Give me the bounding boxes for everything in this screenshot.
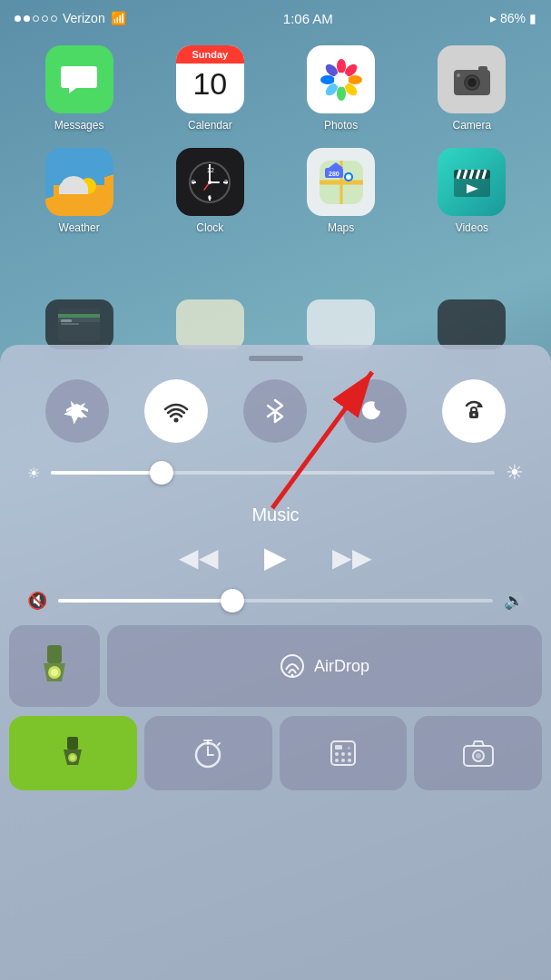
volume-slider-row: 🔇 🔊 xyxy=(0,580,551,622)
volume-fill xyxy=(58,599,232,603)
bluetooth-toggle[interactable] xyxy=(243,379,307,443)
app-photos[interactable]: Photos xyxy=(280,45,402,132)
svg-point-70 xyxy=(281,655,303,677)
svg-point-16 xyxy=(467,78,477,87)
carrier-label: Verizon xyxy=(63,11,105,25)
svg-point-75 xyxy=(70,755,75,760)
signal-dot-4 xyxy=(42,15,48,22)
quick-camera-icon xyxy=(463,740,494,767)
app-calendar[interactable]: Sunday 10 Calendar xyxy=(149,45,271,132)
reminders-icon xyxy=(307,299,375,349)
svg-text:9: 9 xyxy=(192,179,195,185)
battery-percentage: 86% xyxy=(500,11,526,25)
music-prev-button[interactable]: ◀◀ xyxy=(179,543,219,573)
stocks-icon xyxy=(438,299,506,349)
svg-rect-64 xyxy=(471,407,477,413)
svg-rect-72 xyxy=(67,737,78,750)
svg-rect-66 xyxy=(47,645,62,663)
do-not-disturb-toggle[interactable] xyxy=(343,379,407,443)
rotation-lock-toggle[interactable] xyxy=(442,379,506,443)
quick-calculator-button[interactable]: + xyxy=(280,716,408,790)
app-camera[interactable]: Camera xyxy=(411,45,533,132)
status-bar: Verizon 📶 1:06 AM ▸ 86% ▮ xyxy=(0,0,551,36)
svg-point-5 xyxy=(348,75,362,84)
music-play-button[interactable]: ▶ xyxy=(264,540,287,574)
quick-timer-button[interactable] xyxy=(144,716,272,790)
svg-point-9 xyxy=(320,75,335,84)
app-weather[interactable]: Weather xyxy=(18,148,140,234)
signal-strength xyxy=(15,15,57,22)
app-stocks xyxy=(411,299,533,349)
svg-rect-59 xyxy=(61,323,79,325)
calendar-label: Calendar xyxy=(188,119,232,132)
battery-icon: ▮ xyxy=(529,11,536,25)
clock-label: Clock xyxy=(196,221,223,234)
airplane-icon: ✈ xyxy=(63,397,92,426)
brightness-slider-row: ☀ ☀ xyxy=(0,452,551,494)
camera-label: Camera xyxy=(453,119,492,132)
signal-dot-1 xyxy=(15,15,21,22)
videos-icon xyxy=(438,148,506,216)
status-time: 1:06 AM xyxy=(283,11,333,26)
app-grid: Messages Sunday 10 Calendar xyxy=(18,45,533,234)
app-maps[interactable]: 280 Maps xyxy=(280,148,402,234)
svg-point-38 xyxy=(208,181,212,184)
messages-icon xyxy=(45,45,113,113)
app-reminders xyxy=(280,299,402,349)
quick-flashlight-button[interactable] xyxy=(9,716,137,790)
svg-rect-17 xyxy=(478,66,487,73)
app-wallet xyxy=(18,299,140,349)
brightness-thumb[interactable] xyxy=(150,461,173,485)
airdrop-button[interactable]: AirDrop xyxy=(107,625,542,707)
music-label: Music xyxy=(27,505,524,525)
svg-text:6: 6 xyxy=(208,194,212,201)
svg-text:✈: ✈ xyxy=(70,401,84,419)
weather-icon xyxy=(45,148,113,216)
quick-flashlight-icon xyxy=(59,736,86,770)
svg-text:280: 280 xyxy=(329,171,339,177)
app-videos[interactable]: Videos xyxy=(411,148,533,234)
bluetooth-icon xyxy=(261,397,290,426)
music-next-button[interactable]: ▶▶ xyxy=(332,543,372,573)
svg-point-93 xyxy=(476,753,481,759)
airplane-mode-toggle[interactable]: ✈ xyxy=(45,379,109,443)
brightness-slider[interactable] xyxy=(51,471,495,475)
wifi-toggle[interactable] xyxy=(144,379,208,443)
app-messages[interactable]: Messages xyxy=(18,45,140,132)
wallet-icon xyxy=(45,299,113,349)
svg-rect-24 xyxy=(59,188,88,194)
svg-rect-56 xyxy=(58,314,100,318)
music-controls: ◀◀ ▶ ▶▶ xyxy=(27,540,524,574)
camera-icon xyxy=(438,45,506,113)
cc-toggles-row: ✈ xyxy=(0,361,551,452)
svg-point-87 xyxy=(335,759,339,762)
quick-launch-row: + xyxy=(0,707,551,808)
rotation-lock-icon xyxy=(459,397,488,426)
svg-text:3: 3 xyxy=(224,179,228,185)
svg-point-89 xyxy=(348,759,351,762)
videos-label: Videos xyxy=(456,221,488,234)
messages-label: Messages xyxy=(54,119,104,132)
app-notes xyxy=(149,299,271,349)
calendar-icon: Sunday 10 xyxy=(176,45,244,113)
airdrop-label: AirDrop xyxy=(314,657,369,676)
brightness-fill xyxy=(51,471,162,475)
calculator-icon: + xyxy=(329,739,358,768)
app-clock[interactable]: 12 3 6 9 Clock xyxy=(149,148,271,234)
moon-icon xyxy=(360,397,389,426)
svg-point-45 xyxy=(346,174,351,180)
quick-camera-button[interactable] xyxy=(414,716,542,790)
volume-thumb[interactable] xyxy=(221,589,244,612)
wifi-status-icon: 📶 xyxy=(111,11,126,25)
notes-icon xyxy=(176,299,244,349)
volume-slider[interactable] xyxy=(58,599,493,603)
svg-point-88 xyxy=(341,759,345,762)
flashlight-button[interactable] xyxy=(9,625,100,707)
photos-label: Photos xyxy=(324,119,358,132)
svg-point-85 xyxy=(341,752,345,756)
svg-text:+: + xyxy=(347,744,351,752)
photos-icon xyxy=(307,45,375,113)
weather-label: Weather xyxy=(59,221,100,234)
svg-rect-58 xyxy=(61,319,72,322)
svg-point-3 xyxy=(337,59,346,74)
